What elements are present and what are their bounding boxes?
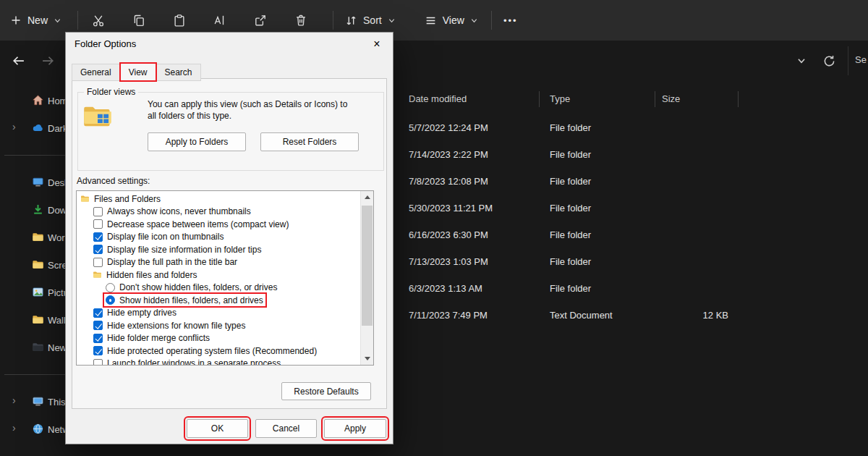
sidebar-item-scre[interactable]: Scre [0,251,69,279]
sidebar-item-desk[interactable]: Desk [0,169,69,196]
sidebar-item-wall[interactable]: Wall [0,306,69,334]
column-date-modified[interactable]: Date modified [409,93,467,104]
ok-button[interactable]: OK [187,419,248,438]
sidebar-item-label: New [48,342,67,353]
delete-button[interactable] [288,7,314,33]
advanced-setting[interactable]: Always show icons, never thumbnails [77,206,361,219]
chevron-right-icon[interactable]: › [12,394,16,406]
sort-button[interactable]: Sort [345,14,396,27]
file-type: File folder [550,141,591,168]
sidebar-item-dark[interactable]: ›Dark [0,114,69,142]
advanced-setting[interactable]: Decrease space between items (compact vi… [77,218,361,231]
share-button[interactable] [247,7,273,33]
checkbox[interactable] [93,245,103,254]
checkbox[interactable] [93,359,103,366]
scroll-up-button[interactable] [361,191,373,203]
file-type: File folder [550,195,591,221]
setting-row: Show hidden files, folders, and drives [104,294,265,306]
advanced-setting[interactable]: Hide folder merge conflicts [77,332,361,345]
search-input[interactable]: Se [855,54,867,65]
checkbox[interactable] [93,258,103,267]
radio-button[interactable] [106,283,115,292]
radio-button[interactable] [106,295,115,305]
file-date: 7/8/2023 12:08 PM [409,168,488,195]
advanced-setting[interactable]: Display file icon on thumbnails [77,231,361,244]
advanced-setting[interactable]: Files and Folders [77,193,361,206]
file-type: File folder [550,248,591,275]
sidebar-item-this[interactable]: ›This [0,388,69,415]
setting-label: Hidden files and folders [106,270,197,280]
file-explorer-window: New [0,0,868,456]
triangle-down-icon [365,357,370,360]
checkbox[interactable] [93,232,103,242]
setting-label: Hide folder merge conflicts [107,333,210,343]
advanced-setting[interactable]: Hide empty drives [77,307,361,320]
checkbox[interactable] [93,219,103,229]
sidebar-item-netw[interactable]: ›Netw [0,415,69,443]
advanced-setting[interactable]: Hidden files and folders [77,269,361,282]
folder-icon [32,313,44,326]
advanced-setting[interactable]: Display the full path in the title bar [77,256,361,269]
back-button[interactable] [10,52,27,69]
rename-button[interactable] [207,7,233,33]
checkbox[interactable] [93,308,103,318]
view-label: View [443,14,464,26]
tab-search[interactable]: Search [156,64,201,81]
toolbar-separator [77,11,78,30]
checkbox[interactable] [93,346,103,355]
restore-defaults-button[interactable]: Restore Defaults [281,382,371,400]
apply-button[interactable]: Apply [324,419,386,438]
sidebar-item-pictu[interactable]: Pictu [0,279,69,306]
advanced-setting[interactable]: Hide extensions for known file types [77,319,361,332]
address-dropdown-chevron-icon[interactable] [793,52,810,69]
checkbox[interactable] [93,334,103,343]
setting-label: Show hidden files, folders, and drives [119,295,263,305]
close-icon[interactable]: × [367,36,387,52]
setting-label: Display file size information in folder … [107,245,261,255]
advanced-setting[interactable]: Show hidden files, folders, and drives [77,294,361,307]
file-date: 6/16/2023 6:30 PM [409,221,488,248]
column-separator[interactable] [655,91,655,107]
file-type: File folder [550,114,591,141]
folder-views-description: all folders of this type. [148,110,372,122]
advanced-setting[interactable]: Hide protected operating system files (R… [77,345,361,358]
advanced-setting[interactable]: Don't show hidden files, folders, or dri… [77,282,361,295]
sidebar-item-label: This [48,397,66,408]
more-button[interactable]: ••• [498,7,524,33]
column-separator[interactable] [738,91,739,107]
network-icon [32,423,44,435]
column-separator[interactable] [539,91,540,107]
chevron-right-icon[interactable]: › [12,422,16,434]
reset-folders-button[interactable]: Reset Folders [260,132,359,151]
checkbox[interactable] [93,321,103,330]
tab-general[interactable]: General [72,64,120,81]
tab-view[interactable]: View [120,63,156,81]
dialog-tabs: GeneralViewSearch [72,63,201,80]
sidebar-item-label: Scre [48,260,67,271]
cancel-button[interactable]: Cancel [255,419,317,438]
setting-row: Launch folder windows in a separate proc… [92,358,283,366]
scrollbar[interactable] [360,191,373,365]
column-size[interactable]: Size [662,93,680,104]
cut-button[interactable] [85,7,111,33]
chevron-right-icon[interactable]: › [12,121,16,132]
scroll-down-button[interactable] [361,352,373,365]
advanced-setting[interactable]: Launch folder windows in a separate proc… [77,358,361,366]
copy-button[interactable] [126,7,152,33]
new-button[interactable]: New [10,14,61,26]
paste-button[interactable] [166,7,192,33]
checkbox[interactable] [93,207,103,216]
refresh-button[interactable] [820,52,838,69]
chevron-down-icon [470,17,478,25]
sidebar-item-wor[interactable]: Wor [0,224,69,251]
sidebar-item-new[interactable]: New [0,334,69,361]
column-type[interactable]: Type [550,93,570,104]
view-button[interactable]: View [425,14,478,27]
advanced-setting[interactable]: Display file size information in folder … [77,243,361,256]
forward-button[interactable] [39,52,56,69]
apply-to-folders-button[interactable]: Apply to Folders [148,132,246,151]
file-date: 7/11/2023 7:49 PM [409,302,488,329]
sidebar-item-hom[interactable]: Hom [0,87,69,114]
scrollbar-thumb[interactable] [362,206,373,326]
sidebar-item-dow[interactable]: Dow [0,196,69,224]
